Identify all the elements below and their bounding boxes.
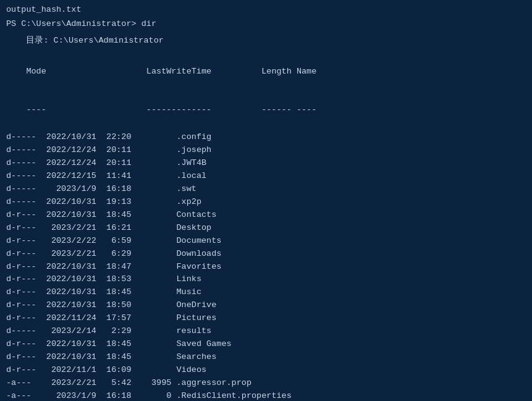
top-line: output_hash.txt <box>6 4 526 17</box>
entry-name: Music <box>176 287 201 297</box>
entry-length <box>132 287 177 297</box>
entry-time: 17:57 <box>96 313 132 323</box>
entry-mode: d----- <box>6 158 41 167</box>
entry-name: .xp2p <box>176 197 201 206</box>
entry-name: Saved Games <box>176 339 231 348</box>
list-item: d-r--- 2022/10/31 18:45 Music <box>6 286 526 299</box>
entry-length <box>132 262 177 271</box>
entry-name: .swt <box>176 184 196 193</box>
entry-mode: d-r--- <box>6 287 41 297</box>
entry-name: Videos <box>176 365 206 374</box>
dir-command-prompt: PS C:\Users\Administrator> dir <box>6 18 526 31</box>
entry-length <box>132 352 177 361</box>
entry-date: 2022/10/31 <box>41 274 96 284</box>
entry-length <box>132 171 177 180</box>
entry-length <box>132 249 177 258</box>
entry-name: .aggressor.prop <box>176 378 251 387</box>
list-item: d-r--- 2023/2/21 6:29 Downloads <box>6 248 526 261</box>
entry-length: 3995 <box>132 378 177 387</box>
entry-mode: d----- <box>6 184 41 193</box>
entry-date: 2022/10/31 <box>41 352 96 361</box>
list-item: d----- 2022/10/31 22:20 .config <box>6 131 526 144</box>
entry-name: Favorites <box>176 262 221 271</box>
entry-date: 2022/10/31 <box>41 287 96 297</box>
entry-name: results <box>176 326 211 336</box>
entry-date: 2022/10/31 <box>41 132 96 141</box>
entry-mode: d-r--- <box>6 339 41 348</box>
entry-time: 6:59 <box>96 236 132 245</box>
entry-name: OneDrive <box>176 300 216 310</box>
entry-date: 2023/2/21 <box>41 223 96 232</box>
entry-name: Documents <box>176 236 221 245</box>
entry-name: .joseph <box>176 145 211 154</box>
entry-length <box>132 326 177 336</box>
entry-length <box>132 313 177 323</box>
entry-length <box>132 132 177 141</box>
entry-time: 20:11 <box>96 145 132 154</box>
entry-time: 20:11 <box>96 158 132 167</box>
entry-length <box>132 236 177 245</box>
list-item: -a--- 2023/1/9 16:18 0 .RedisClient.prop… <box>6 390 526 401</box>
entry-length <box>132 365 177 374</box>
list-item: -a--- 2023/2/21 5:42 3995 .aggressor.pro… <box>6 377 526 390</box>
entry-time: 5:42 <box>96 378 132 387</box>
mode-header: Mode <box>26 67 46 76</box>
entry-time: 18:50 <box>96 300 132 310</box>
entry-date: 2023/2/21 <box>41 249 96 258</box>
entry-length <box>132 210 177 219</box>
entry-mode: d-r--- <box>6 274 41 284</box>
entry-length: 0 <box>132 391 177 400</box>
list-item: d-r--- 2023/2/22 6:59 Documents <box>6 235 526 248</box>
list-item: d-r--- 2022/11/24 17:57 Pictures <box>6 312 526 325</box>
entry-length <box>132 145 177 154</box>
entry-mode: -a--- <box>6 378 41 387</box>
list-item: d-r--- 2022/10/31 18:45 Searches <box>6 351 526 364</box>
entry-name: .local <box>176 171 206 180</box>
lastwrite-header: LastWriteTime <box>146 67 211 76</box>
entry-name: .config <box>176 132 211 141</box>
entry-time: 16:09 <box>96 365 132 374</box>
entry-length <box>132 184 177 193</box>
entry-name: Links <box>176 274 201 284</box>
entry-mode: -a--- <box>6 391 41 400</box>
list-item: d----- 2022/12/24 20:11 .JWT4B <box>6 157 526 170</box>
list-item: d-r--- 2022/11/1 16:09 Videos <box>6 364 526 377</box>
entry-length <box>132 223 177 232</box>
terminal-window: output_hash.txt PS C:\Users\Administrato… <box>6 4 526 401</box>
list-item: d-r--- 2022/10/31 18:45 Contacts <box>6 209 526 222</box>
name-header: Name <box>297 67 316 76</box>
list-item: d-r--- 2022/10/31 18:53 Links <box>6 273 526 286</box>
entry-time: 16:21 <box>96 223 132 232</box>
entry-time: 6:29 <box>96 249 132 258</box>
list-item: d-r--- 2022/10/31 18:45 Saved Games <box>6 338 526 351</box>
entry-date: 2022/11/24 <box>41 313 96 323</box>
list-item: d----- 2023/1/9 16:18 .swt <box>6 183 526 196</box>
list-item: d-r--- 2022/10/31 18:47 Favorites <box>6 261 526 274</box>
entry-name: Contacts <box>176 210 216 219</box>
entry-date: 2022/12/24 <box>41 158 96 167</box>
entry-date: 2022/10/31 <box>41 300 96 310</box>
entry-mode: d-r--- <box>6 313 41 323</box>
entry-mode: d----- <box>6 145 41 154</box>
entry-date: 2023/2/21 <box>41 378 96 387</box>
column-headers: Mode LastWriteTime Length Name <box>6 53 526 91</box>
entry-mode: d-r--- <box>6 300 41 310</box>
entry-date: 2023/2/14 <box>41 326 96 336</box>
entry-length <box>132 158 177 167</box>
list-item: d-r--- 2022/10/31 18:50 OneDrive <box>6 299 526 312</box>
entry-mode: d----- <box>6 326 41 336</box>
entry-name: Pictures <box>176 313 216 323</box>
list-item: d----- 2022/12/15 11:41 .local <box>6 170 526 183</box>
entry-time: 18:53 <box>96 274 132 284</box>
entry-length <box>132 339 177 348</box>
entry-mode: d----- <box>6 197 41 206</box>
entry-date: 2022/12/15 <box>41 171 96 180</box>
entry-mode: d-r--- <box>6 223 41 232</box>
entry-length <box>132 197 177 206</box>
entry-mode: d-r--- <box>6 365 41 374</box>
entry-date: 2022/10/31 <box>41 210 96 219</box>
length-header: Length <box>261 67 292 76</box>
entry-time: 18:45 <box>96 287 132 297</box>
entry-time: 18:45 <box>96 339 132 348</box>
column-separator: ---- ------------- ------ ---- <box>6 91 526 130</box>
